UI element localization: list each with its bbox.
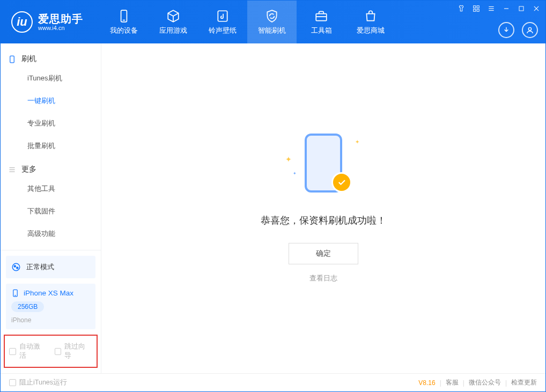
sidebar: 刷机 iTunes刷机 一键刷机 专业刷机 批量刷机 更多 其他工具 下载固件 … (1, 43, 101, 373)
svg-rect-6 (474, 9, 476, 11)
version-label: V8.16 (418, 379, 435, 387)
sparkle-icon: ✦ (285, 155, 292, 164)
cube-icon (166, 9, 180, 23)
sidebar-item-batch-flash[interactable]: 批量刷机 (1, 135, 101, 157)
sidebar-item-oneclick-flash[interactable]: 一键刷机 (1, 90, 101, 112)
sidebar-item-download-firmware[interactable]: 下载固件 (1, 200, 101, 223)
app-name: 爱思助手 (38, 13, 83, 25)
svg-rect-3 (316, 13, 327, 20)
tab-ringtone-wallpaper[interactable]: 铃声壁纸 (198, 1, 247, 43)
svg-point-21 (14, 265, 16, 267)
footer: 阻止iTunes运行 V8.16 | 客服 | 微信公众号 | 检查更新 (1, 373, 545, 391)
check-badge-icon (331, 172, 352, 193)
svg-rect-2 (218, 11, 227, 21)
sidebar-item-other-tools[interactable]: 其他工具 (1, 177, 101, 200)
flash-options-highlight: 自动激活 跳过向导 (4, 335, 98, 368)
shirt-icon[interactable] (456, 4, 466, 13)
checkbox-auto-activate[interactable]: 自动激活 (9, 342, 47, 360)
sidebar-item-advanced[interactable]: 高级功能 (1, 223, 101, 245)
phone-icon (117, 9, 131, 23)
checkbox-skip-guide[interactable]: 跳过向导 (55, 342, 93, 360)
sidebar-item-pro-flash[interactable]: 专业刷机 (1, 112, 101, 135)
svg-rect-16 (10, 56, 14, 63)
logo-icon: iu (11, 11, 33, 33)
sidebar-section-flash: 刷机 (1, 47, 101, 67)
body: 刷机 iTunes刷机 一键刷机 专业刷机 批量刷机 更多 其他工具 下载固件 … (1, 43, 545, 373)
device-box[interactable]: iPhone XS Max 256GB iPhone (6, 284, 95, 329)
grid-icon[interactable] (471, 4, 481, 13)
main-tabs: 我的设备 应用游戏 铃声壁纸 智能刷机 工具箱 爱思商城 (99, 1, 395, 43)
tab-store[interactable]: 爱思商城 (346, 1, 395, 43)
minimize-button[interactable] (501, 4, 511, 13)
tab-toolbox[interactable]: 工具箱 (297, 1, 346, 43)
footer-link-update[interactable]: 检查更新 (511, 378, 537, 387)
svg-point-20 (12, 263, 20, 271)
svg-rect-5 (477, 6, 479, 8)
svg-rect-12 (519, 6, 523, 11)
mode-icon (11, 262, 21, 272)
bag-icon (364, 9, 378, 23)
ok-button[interactable]: 确定 (289, 243, 358, 264)
mode-box[interactable]: 正常模式 (6, 256, 95, 278)
tab-apps-games[interactable]: 应用游戏 (149, 1, 198, 43)
checkbox-icon (55, 348, 62, 355)
sidebar-section-more: 更多 (1, 157, 101, 177)
tab-smart-flash[interactable]: 智能刷机 (247, 1, 297, 43)
device-name-text: iPhone XS Max (24, 289, 73, 297)
phone-small-icon (11, 289, 19, 297)
window-controls (456, 4, 541, 13)
shield-refresh-icon (265, 9, 279, 23)
sparkle-icon: ✦ (293, 171, 297, 176)
checkbox-icon (9, 379, 16, 386)
checkbox-block-itunes[interactable]: 阻止iTunes运行 (9, 378, 67, 387)
header: iu 爱思助手 www.i4.cn 我的设备 应用游戏 铃声壁纸 智能刷机 (1, 1, 545, 43)
user-button[interactable] (522, 22, 538, 38)
menu-icon[interactable] (486, 4, 496, 13)
checkbox-icon (9, 348, 16, 355)
close-button[interactable] (532, 4, 541, 13)
device-type: iPhone (11, 316, 90, 324)
device-icon (8, 55, 16, 63)
svg-point-22 (17, 267, 18, 269)
footer-link-wechat[interactable]: 微信公众号 (469, 378, 501, 387)
list-icon (8, 166, 16, 174)
sparkle-icon: ✦ (355, 139, 359, 145)
svg-point-15 (528, 27, 531, 30)
success-illustration: ✦ ✦ ✦ (283, 134, 364, 198)
svg-rect-7 (477, 9, 479, 11)
success-message: 恭喜您，保资料刷机成功啦！ (261, 214, 386, 227)
footer-link-service[interactable]: 客服 (446, 378, 459, 387)
toolbox-icon (314, 9, 328, 23)
logo: iu 爱思助手 www.i4.cn (11, 11, 83, 33)
app-url: www.i4.cn (38, 25, 83, 31)
header-right-icons (498, 22, 538, 38)
sidebar-item-itunes-flash[interactable]: iTunes刷机 (1, 67, 101, 90)
maximize-button[interactable] (517, 4, 526, 13)
view-log-link[interactable]: 查看日志 (309, 274, 337, 283)
storage-badge: 256GB (11, 301, 44, 312)
tab-my-device[interactable]: 我的设备 (99, 1, 149, 43)
svg-rect-4 (474, 6, 476, 8)
music-icon (216, 9, 230, 23)
main-content: ✦ ✦ ✦ 恭喜您，保资料刷机成功啦！ 确定 查看日志 (101, 43, 545, 373)
mode-label: 正常模式 (26, 262, 54, 272)
download-button[interactable] (498, 22, 514, 38)
app-window: iu 爱思助手 www.i4.cn 我的设备 应用游戏 铃声壁纸 智能刷机 (0, 0, 546, 392)
